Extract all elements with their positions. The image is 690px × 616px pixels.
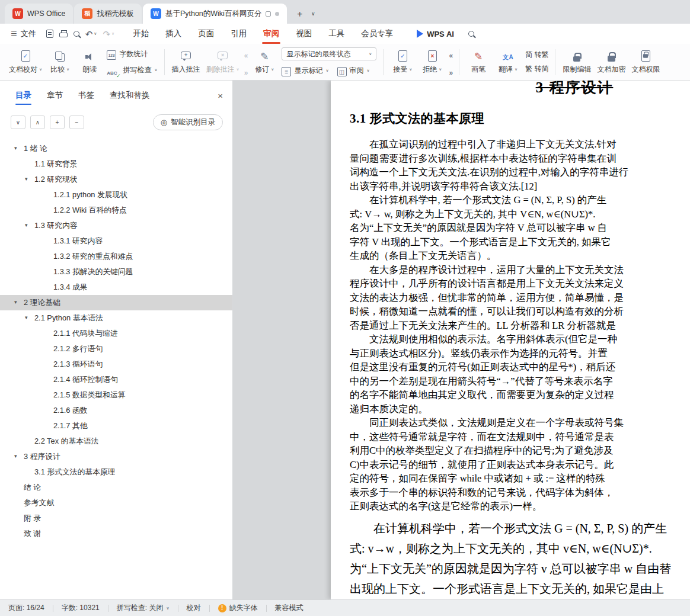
toc-item[interactable]: ▾2 理论基础	[0, 295, 232, 310]
paragraph: 在大多是的程序设计过程中，运用了大量的上下文无关文法程序设计中，几乎所有的设计语…	[350, 263, 690, 333]
toc-item[interactable]: 1.2.2 Wiki 百科的特点	[0, 203, 232, 218]
toc-item[interactable]: 2.2 Tex 的基本语法	[0, 434, 232, 449]
chevron-expand-icon[interactable]: ▾	[14, 454, 17, 459]
toc-item[interactable]: 1.3.3 拟解决的关键问题	[0, 264, 232, 280]
word-count[interactable]: 字数: 10321	[62, 603, 100, 613]
toc-item[interactable]: 1.3.2 研究的重点和难点	[0, 249, 232, 264]
spell-check-status[interactable]: 拼写检查: 关闭∨	[117, 603, 170, 613]
menu-tab-1[interactable]: 插入	[157, 24, 190, 44]
text-line: 正则表达式的名字(这是它经常的表示)一样。	[350, 499, 690, 514]
doc-encrypt-button[interactable]: 文档加密	[594, 46, 628, 79]
window-tab-wps-office[interactable]: WWPS Office	[5, 4, 73, 24]
insert-comment-button[interactable]: +插入批注	[169, 46, 203, 79]
expand-level-button[interactable]: +	[50, 116, 65, 129]
toc-item[interactable]: 参考文献	[0, 495, 232, 511]
next-change-button[interactable]: »	[449, 65, 453, 76]
window-tab-docer[interactable]: 稻找稻壳模板	[74, 4, 142, 24]
document-page[interactable]: 3 程序设计 3.1 形式文法的基本原理 在孤立词识别的过程中引入了非递归上下文…	[331, 81, 690, 599]
compare-button[interactable]: 比较∨	[45, 46, 75, 79]
to-traditional-button[interactable]: 简 转繁	[525, 50, 548, 60]
toc-item[interactable]: 致 谢	[0, 526, 232, 541]
toc-item[interactable]: ▾2.1 Python 基本语法	[0, 310, 232, 326]
toc-item[interactable]: 2.1.7 其他	[0, 418, 232, 434]
text-line: 在计算机科学中, 若一个形式文法 G = (N, Σ, P, S) 的产生	[350, 193, 690, 207]
chevron-up-button[interactable]: ∧	[30, 116, 45, 129]
print-button[interactable]	[56, 27, 71, 41]
menu-tab-5[interactable]: 视图	[288, 24, 320, 44]
text-line: 利用C中的枚举类型定义了在扫描程序中的记号;为了避免涉及	[350, 444, 690, 458]
reject-change-button[interactable]: ×拒绝∨	[417, 46, 447, 79]
sidebar-tab-1[interactable]: 章节	[47, 90, 63, 101]
compat-mode[interactable]: 兼容模式	[275, 603, 304, 613]
toc-item[interactable]: 2.1.1 代码块与缩进	[0, 326, 232, 341]
undo-button[interactable]: ↶∨	[82, 27, 100, 41]
window-tab-document[interactable]: W基于Python的Wiki百科网页分	[143, 4, 288, 24]
dropdown-caret-icon: ∨	[154, 68, 157, 72]
translate-button[interactable]: 文A翻译∨	[493, 46, 523, 79]
toc-item[interactable]: 2.1.2 多行语句	[0, 341, 232, 357]
chevron-expand-icon[interactable]: ▾	[14, 300, 17, 305]
accept-change-button[interactable]: ✓接受∨	[388, 46, 417, 79]
chevron-expand-icon[interactable]: ▾	[25, 315, 28, 320]
toc-item[interactable]: 结 论	[0, 480, 232, 495]
read-aloud-button[interactable]: 朗读	[75, 46, 104, 79]
toc-item[interactable]: ▾3 程序设计	[0, 449, 232, 464]
menu-tab-4[interactable]: 审阅	[255, 24, 288, 44]
to-simplified-button[interactable]: 繁 转简	[525, 64, 548, 74]
toc-item[interactable]: 1.3.4 成果	[0, 280, 232, 295]
toc-item[interactable]: ▾1 绪 论	[0, 141, 232, 156]
toc-item[interactable]: ▾1.2 研究现状	[0, 172, 232, 187]
sidebar-tab-2[interactable]: 书签	[78, 90, 94, 101]
toc-item[interactable]: 3.1 形式文法的基本原理	[0, 464, 232, 480]
file-menu-button[interactable]: ☰ 文件	[6, 26, 41, 41]
restrict-editing-button[interactable]: 限制编辑	[560, 46, 594, 79]
smart-toc-button[interactable]: ◎ 智能识别目录	[153, 114, 223, 130]
chevron-expand-icon[interactable]: ▾	[14, 146, 17, 151]
menu-tab-6[interactable]: 工具	[320, 24, 353, 44]
search-button[interactable]	[468, 31, 474, 37]
toc-item-label: 附 录	[0, 514, 41, 524]
prev-change-button[interactable]: «	[449, 47, 453, 59]
show-markup-button[interactable]: ≡显示标记∨	[282, 65, 328, 76]
missing-fonts-warning[interactable]: !缺失字体	[218, 603, 258, 613]
search-icon	[468, 31, 474, 37]
word-count-button[interactable]: 123字数统计	[107, 48, 157, 60]
window-tab-label: 基于Python的Wiki百科网页分	[165, 9, 262, 19]
doc-proofing-button[interactable]: ✓文档校对∨	[6, 46, 45, 79]
toc-item[interactable]: 1.2.1 python 发展现状	[0, 187, 232, 203]
save-button[interactable]	[43, 27, 56, 41]
menu-tab-2[interactable]: 页面	[190, 24, 222, 44]
review-pane-button[interactable]: ◫审阅∨	[337, 65, 370, 76]
markup-state-select[interactable]: 显示标记的最终状态∨	[282, 47, 376, 60]
sidebar-tab-0[interactable]: 目录	[15, 90, 31, 101]
wps-ai-button[interactable]: WPS AI	[417, 30, 454, 38]
toc-item[interactable]: 附 录	[0, 511, 232, 526]
spell-check-button[interactable]: ABC✓拼写检查∨	[107, 64, 157, 76]
chevron-down-button[interactable]: ∨	[11, 116, 25, 129]
chevron-expand-icon[interactable]: ▾	[25, 177, 28, 182]
toc-item[interactable]: 2.1.3 循环语句	[0, 357, 232, 372]
toc-item[interactable]: 1.3.1 研究内容	[0, 233, 232, 249]
toc-item[interactable]: 2.1.4 循环控制语句	[0, 372, 232, 387]
proofread[interactable]: 校对	[187, 603, 201, 613]
chevron-expand-icon[interactable]: ▾	[25, 223, 28, 228]
toc-item[interactable]: 2.1.6 函数	[0, 403, 232, 418]
new-tab-button[interactable]: ＋	[292, 6, 307, 21]
toc-item[interactable]: 1.1 研究背景	[0, 156, 232, 172]
menu-tab-3[interactable]: 引用	[222, 24, 255, 44]
menu-tab-0[interactable]: 开始	[124, 24, 157, 44]
print-preview-button[interactable]	[71, 27, 82, 41]
tab-list-dropdown[interactable]: ∨	[307, 6, 319, 21]
menu-tab-7[interactable]: 会员专享	[353, 24, 401, 44]
collapse-level-button[interactable]: −	[69, 116, 84, 129]
page-indicator[interactable]: 页面: 16/24	[8, 603, 44, 613]
ink-brush-button[interactable]: ✎画笔	[464, 46, 493, 79]
dropdown-caret-icon: ∨	[237, 68, 239, 72]
track-changes-button[interactable]: ✎修订∨	[250, 46, 279, 79]
toc-item[interactable]: ▾1.3 研究内容	[0, 218, 232, 233]
doc-permission-button[interactable]: 文档权限	[628, 46, 663, 79]
sidebar-tab-3[interactable]: 查找和替换	[110, 90, 150, 101]
tab-window-icon[interactable]	[266, 11, 271, 17]
toc-item[interactable]: 2.1.5 数据类型和运算	[0, 387, 232, 403]
close-sidebar-icon[interactable]: ×	[218, 91, 223, 100]
